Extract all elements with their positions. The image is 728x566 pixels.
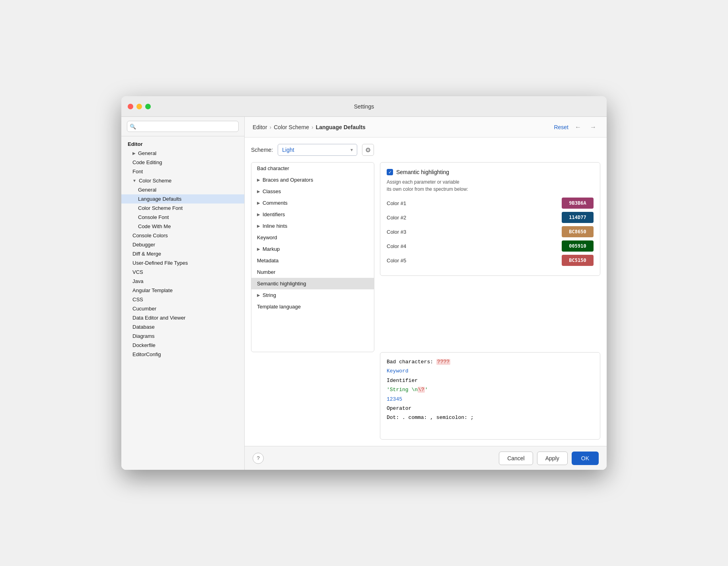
- panel-split: Bad character ▶ Braces and Operators ▶ C…: [251, 162, 600, 352]
- color-swatch-3[interactable]: BC8650: [562, 226, 594, 237]
- breadcrumb-sep2: ›: [311, 124, 313, 130]
- reset-button[interactable]: Reset: [554, 124, 568, 130]
- cancel-button[interactable]: Cancel: [499, 452, 533, 465]
- search-input[interactable]: [127, 121, 239, 132]
- close-button[interactable]: [128, 104, 133, 109]
- color-label-5: Color #5: [387, 258, 406, 264]
- sidebar-item-cucumber[interactable]: Cucumber: [121, 304, 244, 313]
- scheme-value: Light: [282, 147, 294, 153]
- scheme-select-wrapper: Light ▾: [278, 144, 357, 156]
- sidebar-item-code-with-me[interactable]: Code With Me: [121, 222, 244, 231]
- sidebar-item-font[interactable]: Font: [121, 167, 244, 176]
- settings-window: Settings 🔍 Editor ▶ General Code Editi: [121, 96, 607, 470]
- sidebar-item-color-scheme[interactable]: ▼ Color Scheme: [121, 176, 244, 185]
- sidebar-item-general[interactable]: ▶ General: [121, 149, 244, 158]
- nav-forward-button[interactable]: →: [588, 122, 599, 133]
- sidebar-item-angular[interactable]: Angular Template: [121, 286, 244, 295]
- sidebar-item-debugger[interactable]: Debugger: [121, 240, 244, 249]
- ok-button[interactable]: OK: [572, 452, 599, 465]
- chevron-right-icon: ▶: [257, 189, 260, 194]
- cat-item-comments[interactable]: ▶ Comments: [251, 197, 374, 209]
- search-wrapper: 🔍: [127, 121, 239, 132]
- breadcrumb-part2: Color Scheme: [274, 124, 309, 130]
- semantic-checkbox[interactable]: ✓: [387, 169, 393, 175]
- breadcrumb-part1: Editor: [253, 124, 267, 130]
- titlebar: Settings: [121, 96, 607, 117]
- cat-item-semantic[interactable]: Semantic highlighting: [251, 278, 374, 289]
- nav-back-button[interactable]: ←: [572, 122, 584, 133]
- preview-line-identifier: Identifier: [387, 376, 594, 385]
- preview-line-operator: Operator: [387, 404, 594, 413]
- color-swatch-1[interactable]: 9B3B6A: [562, 198, 594, 209]
- chevron-right-icon: ▶: [257, 247, 260, 251]
- maximize-button[interactable]: [145, 104, 151, 109]
- semantic-header: ✓ Semantic highlighting: [387, 169, 594, 175]
- color-swatch-2[interactable]: 114D77: [562, 212, 594, 223]
- cat-item-keyword[interactable]: Keyword: [251, 232, 374, 243]
- cat-item-classes[interactable]: ▶ Classes: [251, 186, 374, 197]
- sidebar-item-vcs[interactable]: VCS: [121, 267, 244, 277]
- cat-item-markup[interactable]: ▶ Markup: [251, 243, 374, 255]
- preview-area-wrapper: Bad characters: ???? Keyword Identifier …: [251, 352, 600, 440]
- sidebar-item-data-editor[interactable]: Data Editor and Viewer: [121, 313, 244, 322]
- chevron-right-icon: ▶: [257, 293, 260, 297]
- sidebar-item-console-font[interactable]: Console Font: [121, 213, 244, 222]
- cat-item-metadata[interactable]: Metadata: [251, 255, 374, 266]
- sidebar-item-code-editing[interactable]: Code Editing: [121, 158, 244, 167]
- search-icon: 🔍: [130, 124, 136, 130]
- sidebar-item-diagrams[interactable]: Diagrams: [121, 331, 244, 341]
- action-buttons: Cancel Apply OK: [499, 452, 599, 465]
- preview-line-dot: Dot: . comma: , semicolon: ;: [387, 413, 594, 422]
- help-button[interactable]: ?: [253, 453, 264, 464]
- color-label-2: Color #2: [387, 215, 406, 221]
- cat-item-number[interactable]: Number: [251, 266, 374, 278]
- color-swatch-4[interactable]: 005910: [562, 240, 594, 252]
- window-title: Settings: [354, 103, 374, 110]
- semantic-description: Assign each parameter or variableits own…: [387, 178, 594, 193]
- cat-item-template[interactable]: Template language: [251, 301, 374, 312]
- sidebar-item-editorconfig[interactable]: EditorConfig: [121, 350, 244, 359]
- preview-line-bad-char: Bad characters: ????: [387, 357, 594, 366]
- cat-item-identifiers[interactable]: ▶ Identifiers: [251, 209, 374, 220]
- sidebar-item-java[interactable]: Java: [121, 277, 244, 286]
- breadcrumb: Editor › Color Scheme › Language Default…: [253, 124, 554, 130]
- color-row-1: Color #1 9B3B6A: [387, 198, 594, 209]
- minimize-button[interactable]: [136, 104, 142, 109]
- cat-item-bad-character[interactable]: Bad character: [251, 163, 374, 174]
- cat-item-inline-hints[interactable]: ▶ Inline hints: [251, 220, 374, 232]
- sidebar-item-user-defined[interactable]: User-Defined File Types: [121, 258, 244, 267]
- cat-item-braces[interactable]: ▶ Braces and Operators: [251, 174, 374, 186]
- right-panel: Editor › Color Scheme › Language Default…: [245, 117, 607, 470]
- breadcrumb-sep1: ›: [270, 124, 272, 130]
- sidebar-item-database[interactable]: Database: [121, 322, 244, 331]
- chevron-right-icon: ▶: [257, 178, 260, 182]
- sidebar-nav: Editor ▶ General Code Editing Font ▼ Col: [121, 136, 244, 470]
- scheme-label: Scheme:: [251, 147, 273, 153]
- sidebar-section-editor[interactable]: Editor: [121, 140, 244, 149]
- color-label-1: Color #1: [387, 200, 406, 206]
- sidebar-item-diff-merge[interactable]: Diff & Merge: [121, 249, 244, 258]
- sidebar-item-cs-general[interactable]: General: [121, 185, 244, 194]
- scheme-select[interactable]: Light ▾: [278, 144, 357, 156]
- sidebar-item-dockerfile[interactable]: Dockerfile: [121, 341, 244, 350]
- category-list: Bad character ▶ Braces and Operators ▶ C…: [251, 162, 374, 352]
- gear-button[interactable]: ⚙: [362, 144, 374, 156]
- color-label-4: Color #4: [387, 243, 406, 249]
- preview-line-keyword: Keyword: [387, 366, 594, 376]
- sidebar-item-language-defaults[interactable]: Language Defaults: [121, 194, 244, 204]
- sidebar-item-cs-font[interactable]: Color Scheme Font: [121, 204, 244, 213]
- color-swatch-5[interactable]: BC5150: [562, 255, 594, 266]
- color-label-3: Color #3: [387, 229, 406, 235]
- apply-button[interactable]: Apply: [537, 452, 568, 465]
- main-content: 🔍 Editor ▶ General Code Editing Font: [121, 117, 607, 470]
- chevron-right-icon: ▶: [132, 151, 136, 155]
- cat-item-string[interactable]: ▶ String: [251, 289, 374, 301]
- preview-line-string: 'String \n\?': [387, 385, 594, 394]
- sidebar-item-css[interactable]: CSS: [121, 295, 244, 304]
- sidebar-item-console-colors[interactable]: Console Colors: [121, 231, 244, 240]
- preview-pane: Bad characters: ???? Keyword Identifier …: [380, 352, 600, 440]
- chevron-right-icon: ▶: [257, 201, 260, 205]
- breadcrumb-part3: Language Defaults: [316, 124, 366, 130]
- panel-body: Scheme: Light ▾ ⚙ Bad ch: [245, 138, 607, 446]
- chevron-down-icon: ▾: [350, 147, 353, 153]
